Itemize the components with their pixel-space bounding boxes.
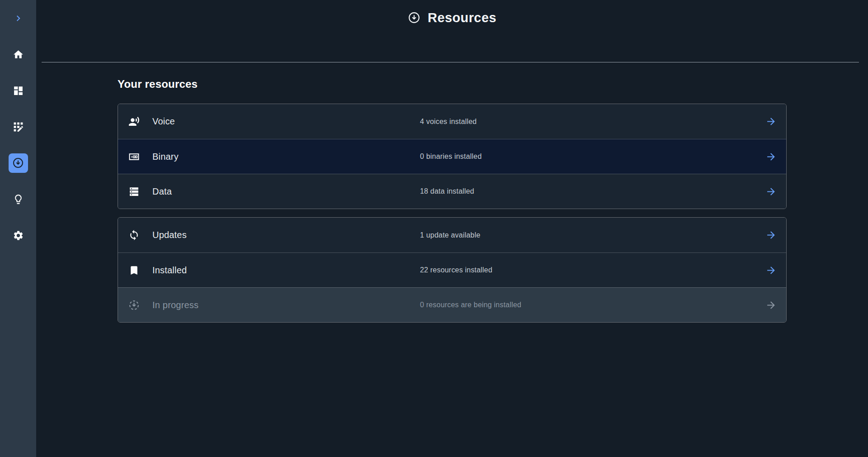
resource-group-status: Updates 1 update available Installed 22 … [118, 217, 787, 323]
resource-row-data[interactable]: Data 18 data installed [118, 174, 786, 209]
resource-row-installed[interactable]: Installed 22 resources installed [118, 252, 786, 287]
arrow-right-icon [765, 300, 777, 311]
sync-icon [128, 229, 140, 241]
resource-row-in-progress[interactable]: In progress 0 resources are being instal… [118, 287, 786, 322]
content: Your resources Voice 4 voices installed … [36, 78, 868, 323]
sidebar-item-home[interactable] [0, 36, 36, 72]
arrow-right-icon [765, 116, 777, 127]
resource-row-updates[interactable]: Updates 1 update available [118, 218, 786, 252]
row-status: 0 binaries installed [420, 152, 482, 161]
row-label: In progress [152, 300, 198, 310]
page-title: Resources [428, 10, 496, 25]
download-circle-icon [408, 11, 420, 24]
sidebar-item-expand[interactable] [0, 0, 36, 36]
grid-edit-icon [13, 121, 24, 133]
lightbulb-icon [13, 194, 24, 205]
sidebar-item-metadata-editor[interactable] [0, 109, 36, 145]
row-label: Binary [152, 152, 179, 162]
arrow-right-icon [765, 265, 777, 276]
downloading-icon [128, 300, 140, 311]
binary-icon [128, 151, 140, 162]
dashboard-icon [13, 85, 24, 96]
download-circle-icon [12, 157, 24, 169]
main-area: Resources Your resources Voice 4 voices … [36, 0, 868, 457]
sidebar-item-settings[interactable] [0, 217, 36, 253]
sidebar [0, 0, 36, 457]
sidebar-item-dashboard[interactable] [0, 72, 36, 109]
active-nav-highlight [9, 153, 28, 173]
row-label: Installed [152, 265, 187, 276]
row-label: Data [152, 186, 172, 197]
bookmark-icon [128, 265, 140, 276]
row-status: 4 voices installed [420, 118, 476, 126]
arrow-right-icon [765, 229, 777, 241]
sidebar-item-resources[interactable] [0, 145, 36, 181]
voice-icon [128, 116, 140, 127]
row-status: 0 resources are being installed [420, 301, 521, 309]
arrow-right-icon [765, 151, 777, 162]
resource-group-types: Voice 4 voices installed Binary 0 binari… [118, 104, 787, 209]
row-status: 22 resources installed [420, 266, 492, 274]
gear-icon [13, 230, 24, 241]
row-status: 18 data installed [420, 187, 474, 195]
data-icon [128, 186, 140, 197]
row-label: Updates [152, 230, 187, 240]
arrow-right-icon [765, 186, 777, 197]
chevron-right-icon [13, 13, 24, 24]
resource-row-binary[interactable]: Binary 0 binaries installed [118, 139, 786, 174]
sidebar-item-ideas[interactable] [0, 181, 36, 217]
header-divider [42, 62, 859, 62]
row-label: Voice [152, 116, 175, 127]
page-header: Resources [36, 0, 868, 35]
section-heading: Your resources [118, 78, 868, 90]
home-icon [13, 49, 24, 60]
resource-row-voice[interactable]: Voice 4 voices installed [118, 104, 786, 139]
row-status: 1 update available [420, 231, 480, 239]
